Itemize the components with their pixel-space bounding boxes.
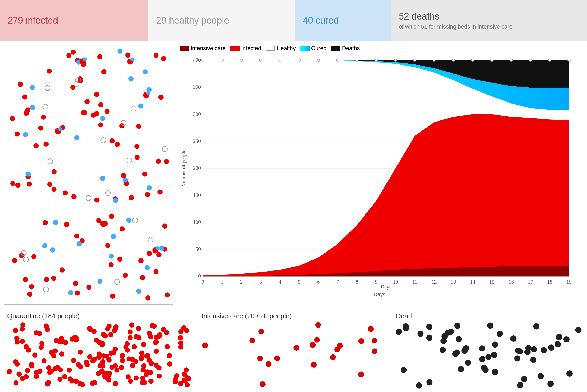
legend-infected: Infected <box>230 45 261 52</box>
infected-color-icon <box>230 46 240 51</box>
main-chart-canvas <box>180 54 574 291</box>
bottom-section: Quarantine (184 people) Intensive care (… <box>0 307 587 392</box>
legend-intensive: Intensive care <box>180 45 226 52</box>
intensive-canvas <box>198 321 389 389</box>
infected-label: 279 infected <box>8 15 58 26</box>
deaths-stat: 52 deaths of which 51 for missing beds i… <box>391 0 587 41</box>
cured-color-icon <box>300 46 310 51</box>
main-content: Intensive care Infected Healthy Cured De… <box>0 41 587 307</box>
dead-content <box>393 321 583 389</box>
healthy-color-icon <box>266 46 275 51</box>
quarantine-content <box>4 321 194 389</box>
intensive-content <box>198 321 389 389</box>
legend-cured: Cured <box>300 45 327 52</box>
legend-infected-label: Infected <box>241 45 261 52</box>
legend-intensive-label: Intensive care <box>191 45 226 52</box>
deaths-subtitle: of which 51 for missing beds in intensiv… <box>399 23 513 30</box>
healthy-label: 29 healthy people <box>156 15 229 26</box>
dead-canvas <box>393 321 583 389</box>
chart-area: Intensive care Infected Healthy Cured De… <box>176 44 583 305</box>
healthy-stat: 29 healthy people <box>148 0 295 41</box>
cured-stat: 40 cured <box>295 0 391 41</box>
legend-deaths: Deaths <box>331 45 360 52</box>
dead-box: Dead <box>393 310 583 389</box>
deaths-label: 52 deaths <box>399 11 439 22</box>
deaths-color-icon <box>331 46 340 51</box>
intensive-color-icon <box>180 46 189 51</box>
quarantine-canvas <box>4 321 194 389</box>
legend-cured-label: Cured <box>311 45 327 52</box>
legend-healthy: Healthy <box>266 45 296 52</box>
quarantine-title: Quarantine (184 people) <box>4 310 194 321</box>
intensive-title: Intensive care (20 / 20 people) <box>198 310 389 321</box>
scatter-plot <box>4 44 173 305</box>
infected-stat: 279 infected <box>0 0 148 41</box>
x-axis-label: Days <box>180 292 579 297</box>
dead-title: Dead <box>393 310 583 321</box>
cured-label: 40 cured <box>303 15 339 26</box>
chart-legend: Intensive care Infected Healthy Cured De… <box>180 45 579 52</box>
intensive-box: Intensive care (20 / 20 people) <box>198 310 389 389</box>
legend-deaths-label: Deaths <box>342 45 360 52</box>
stats-bar: 279 infected 29 healthy people 40 cured … <box>0 0 587 41</box>
time-chart: Days <box>180 54 579 303</box>
scatter-canvas <box>4 44 173 304</box>
quarantine-box: Quarantine (184 people) <box>4 310 194 389</box>
legend-healthy-label: Healthy <box>277 45 296 52</box>
